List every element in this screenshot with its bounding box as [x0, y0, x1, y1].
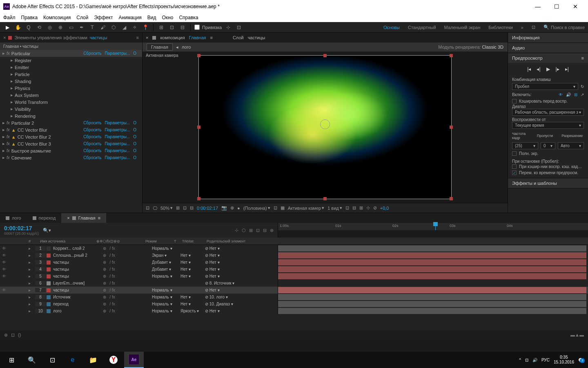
- notifications-icon[interactable]: 💬3: [578, 358, 583, 362]
- workspace-menu-icon[interactable]: ⊡: [532, 25, 535, 30]
- effect-row[interactable]: ▸fxСвечениеСброситьПараметры...О: [0, 154, 142, 161]
- loop-icon[interactable]: ↗: [581, 92, 584, 97]
- overlay-icon[interactable]: ⊞: [574, 92, 577, 97]
- timeline-icon[interactable]: ⊞: [359, 205, 363, 211]
- eraser-tool-icon[interactable]: ◢: [120, 23, 128, 31]
- brush-tool-icon[interactable]: 🖌: [99, 23, 107, 31]
- explorer-icon[interactable]: 📁: [83, 352, 103, 368]
- views-select[interactable]: 1 вид ▾: [327, 205, 342, 211]
- exposure-value[interactable]: +0,0: [380, 206, 389, 211]
- crumb-main[interactable]: Главная: [147, 43, 173, 51]
- world-axis-icon[interactable]: ⊡: [168, 23, 176, 31]
- prev-frame-icon[interactable]: ◂|: [537, 66, 540, 72]
- anchor-tool-icon[interactable]: ⊕: [56, 23, 65, 31]
- zoom-tool-icon[interactable]: Q: [24, 23, 33, 31]
- zoom-slider[interactable]: ▬▲▬: [570, 332, 584, 337]
- toggle-brackets-icon[interactable]: {}: [18, 332, 21, 337]
- chevron-left-icon[interactable]: ◂: [176, 45, 178, 50]
- menu-layer[interactable]: Слой: [76, 15, 88, 20]
- preview-panel-header[interactable]: Предпросмотр≡: [508, 53, 588, 63]
- effect-param-row[interactable]: ▸Rendering: [0, 112, 142, 119]
- selection-tool-icon[interactable]: ▶: [3, 23, 11, 31]
- play-icon[interactable]: ▶: [546, 66, 550, 72]
- text-tool-icon[interactable]: T: [88, 23, 96, 31]
- effect-param-row[interactable]: ▸World Transform: [0, 99, 142, 105]
- next-frame-icon[interactable]: |▸: [556, 66, 559, 72]
- resize-handle[interactable]: [197, 197, 200, 200]
- menu-file[interactable]: Файл: [3, 15, 16, 20]
- reset-icon[interactable]: ↻: [581, 84, 584, 89]
- language-indicator[interactable]: РУС: [541, 358, 550, 362]
- resolution-select[interactable]: (Половина) ▾: [243, 205, 270, 211]
- roto-tool-icon[interactable]: ✧: [131, 23, 139, 31]
- mask-icon[interactable]: ⊟: [190, 205, 194, 211]
- shortcut-select[interactable]: Пробел▾: [512, 83, 578, 90]
- flowchart-icon[interactable]: ⊹: [366, 205, 370, 211]
- menu-edit[interactable]: Правка: [21, 15, 38, 20]
- toggle-switches-icon[interactable]: ⊕: [4, 332, 8, 338]
- comp-mini-icon[interactable]: ⊹: [235, 228, 238, 233]
- edge-icon[interactable]: e: [63, 352, 82, 368]
- layer-tab-name[interactable]: частицы: [248, 35, 265, 40]
- shape-tool-icon[interactable]: ▭: [67, 23, 75, 31]
- range-select[interactable]: Рабочая область, расширенная з▾: [512, 109, 584, 116]
- toggle-modes-icon[interactable]: ⊡: [11, 332, 15, 338]
- workspace-libraries[interactable]: Библиотеки: [488, 25, 513, 30]
- resize-handle[interactable]: [323, 54, 327, 57]
- res-full-icon[interactable]: ⊞: [176, 205, 180, 211]
- workspace-standard[interactable]: Стандартный: [408, 25, 436, 30]
- resize-handle[interactable]: [450, 197, 453, 200]
- effect-param-row[interactable]: ▸Physics: [0, 85, 142, 92]
- pen-tool-icon[interactable]: ✒: [78, 23, 86, 31]
- effects-tab[interactable]: × Элементы управления эффектами частицы …: [0, 33, 142, 43]
- time-ruler[interactable]: 1:00s 01s 02s 03s 04s: [278, 223, 588, 230]
- first-frame-icon[interactable]: |◂: [527, 66, 531, 72]
- renderer-value[interactable]: Classic 3D: [482, 45, 503, 49]
- puppet-tool-icon[interactable]: 📍: [141, 23, 149, 31]
- snap-checkbox[interactable]: [194, 25, 200, 30]
- grid-icon[interactable]: ⊡: [183, 205, 187, 211]
- info-panel-header[interactable]: Информация: [508, 33, 588, 43]
- current-timecode[interactable]: 0:00:02:17: [4, 225, 39, 231]
- effect-row[interactable]: ▸fx▲CC Vector Blur 3СброситьПараметры...…: [0, 140, 142, 147]
- color-icon[interactable]: ●: [237, 206, 240, 211]
- timeline-tab-main[interactable]: ×Главная≡: [61, 213, 106, 223]
- channel-icon[interactable]: ⊗: [230, 205, 234, 211]
- resize-handle[interactable]: [197, 126, 200, 129]
- search-icon[interactable]: 🔍▾: [43, 228, 51, 233]
- resize-handle[interactable]: [450, 54, 453, 57]
- timeline-tab-transition[interactable]: переход: [27, 213, 62, 223]
- task-view-button[interactable]: ⊡: [42, 352, 62, 368]
- transparency-icon[interactable]: ▦: [281, 205, 285, 211]
- resize-handle[interactable]: [323, 197, 327, 200]
- reset-exposure-icon[interactable]: ⊘: [373, 205, 377, 211]
- timecode-display[interactable]: 0:00:02:17: [197, 206, 218, 211]
- play-from-select[interactable]: Текущее время▾: [512, 122, 584, 129]
- resize-handle[interactable]: [197, 54, 200, 57]
- effect-row[interactable]: ▸fxParticularСброситьПараметры...О: [0, 50, 142, 57]
- start-button[interactable]: ⊞: [2, 352, 21, 368]
- workspace-small[interactable]: Маленький экран: [444, 25, 481, 30]
- clock[interactable]: 0:35 15.10.2016: [554, 355, 574, 365]
- close-button[interactable]: ✕: [566, 0, 585, 13]
- close-icon[interactable]: ×: [146, 35, 148, 40]
- workspace-essentials[interactable]: Основы: [383, 25, 400, 30]
- panel-menu-icon[interactable]: ≡: [581, 56, 584, 61]
- effect-row[interactable]: ▸fxParticular 2СброситьПараметры...О: [0, 119, 142, 126]
- layer-row[interactable]: 👁 ▸ 3 частицы ⊕ / fx Добавит ▾ Нет ▾ ⊘ Н…: [0, 259, 588, 266]
- res-select[interactable]: Авто▾: [558, 142, 584, 149]
- workspace-more-icon[interactable]: »: [521, 25, 523, 30]
- camera-select[interactable]: Активная камер▾: [288, 205, 324, 211]
- layer-row[interactable]: 👁 ▸ 4 частицы ⊕ / fx Добавит ▾ Нет ▾ ⊘ Н…: [0, 266, 588, 273]
- frame-blend-icon[interactable]: ⊞: [249, 228, 253, 233]
- layer-row[interactable]: 👁 ▸ 1 Коррект... слой 2 ⊕ / fx Нормаль ▾…: [0, 245, 588, 252]
- snap-option2-icon[interactable]: ⊡: [235, 23, 243, 31]
- layer-row[interactable]: 👁 ▸ 5 частицы ⊕ / fx Нормаль ▾ Нет ▾ ⊘ Н…: [0, 273, 588, 280]
- rotate-tool-icon[interactable]: ⟲: [35, 23, 43, 31]
- network-icon[interactable]: ⊡: [525, 358, 528, 362]
- timeline-tab-logo[interactable]: лого: [0, 213, 27, 223]
- brainstorm-icon[interactable]: ⊗: [270, 228, 274, 233]
- effect-param-row[interactable]: ▸Particle: [0, 71, 142, 78]
- menu-view[interactable]: Вид: [147, 15, 156, 20]
- effect-row[interactable]: ▸fx▲CC Vector Blur 2СброситьПараметры...…: [0, 133, 142, 140]
